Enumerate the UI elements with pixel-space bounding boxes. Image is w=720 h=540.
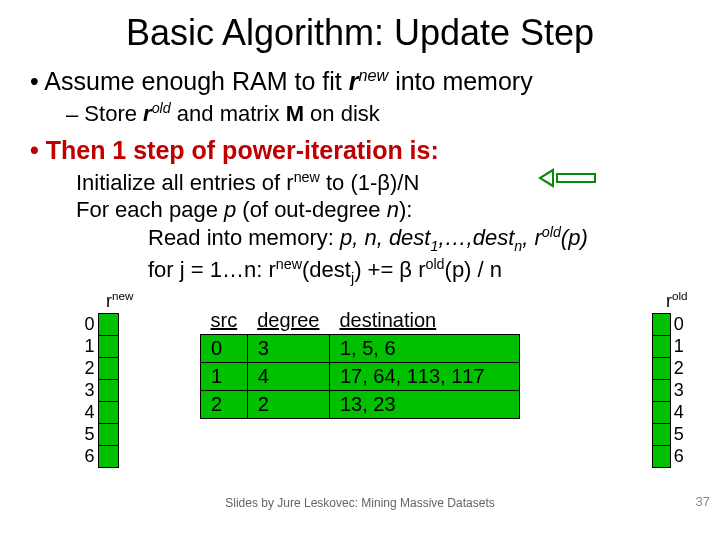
vec-index: 5 xyxy=(78,424,98,446)
vec-cell xyxy=(653,446,671,468)
vec-index: 6 xyxy=(670,446,689,468)
vec-index: 4 xyxy=(78,402,98,424)
diagram: rnew rold 0123456 srcdegreedestination 0… xyxy=(30,293,690,473)
page-number: 37 xyxy=(696,494,710,509)
table-row: 031, 5, 6 xyxy=(201,335,520,363)
vec-index: 4 xyxy=(670,402,689,424)
vec-cell xyxy=(98,446,118,468)
bullet-store: Store rold and matrix M on disk xyxy=(66,100,690,127)
vector-rnew: 0123456 xyxy=(78,313,119,468)
vec-index: 2 xyxy=(670,358,689,380)
vec-index: 3 xyxy=(670,380,689,402)
vec-cell xyxy=(98,336,118,358)
bullet-then: Then 1 step of power-iteration is: xyxy=(30,136,690,165)
vec-index: 0 xyxy=(78,314,98,336)
vec-cell xyxy=(98,424,118,446)
matrix-header: srcdegreedestination xyxy=(201,307,520,335)
vec-index: 1 xyxy=(670,336,689,358)
arrow-icon xyxy=(536,167,596,189)
vec-cell xyxy=(653,358,671,380)
rnew-label: rnew xyxy=(106,289,133,312)
vector-rold: 0123456 xyxy=(652,313,690,468)
rold-label: rold xyxy=(666,289,688,312)
slide: Basic Algorithm: Update Step Assume enou… xyxy=(0,0,720,473)
vec-index: 1 xyxy=(78,336,98,358)
vec-cell xyxy=(98,380,118,402)
vec-index: 6 xyxy=(78,446,98,468)
vec-cell xyxy=(98,358,118,380)
slide-title: Basic Algorithm: Update Step xyxy=(30,12,690,54)
algo-line-3: Read into memory: p, n, dest1,…,destn, r… xyxy=(76,224,690,256)
matrix-table: srcdegreedestination 031, 5, 61417, 64, … xyxy=(200,307,520,419)
vec-index: 2 xyxy=(78,358,98,380)
table-row: 1417, 64, 113, 117 xyxy=(201,363,520,391)
vec-cell xyxy=(653,424,671,446)
vec-cell xyxy=(653,402,671,424)
algo-line-1: Initialize all entries of rnew to (1-β)/… xyxy=(76,169,690,197)
vec-cell xyxy=(653,380,671,402)
vec-cell xyxy=(98,314,118,336)
vec-index: 0 xyxy=(670,314,689,336)
algo-line-4: for j = 1…n: rnew(destj) += β rold(p) / … xyxy=(76,256,690,288)
vec-index: 3 xyxy=(78,380,98,402)
vec-cell xyxy=(653,336,671,358)
vec-cell xyxy=(653,314,671,336)
algorithm-block: Initialize all entries of rnew to (1-β)/… xyxy=(76,169,690,287)
bullet-ram: Assume enough RAM to fit rnew into memor… xyxy=(30,66,690,96)
table-row: 2213, 23 xyxy=(201,391,520,419)
footer-text: Slides by Jure Leskovec: Mining Massive … xyxy=(0,496,720,510)
algo-line-2: For each page p (of out-degree n): xyxy=(76,196,690,224)
vec-cell xyxy=(98,402,118,424)
vec-index: 5 xyxy=(670,424,689,446)
